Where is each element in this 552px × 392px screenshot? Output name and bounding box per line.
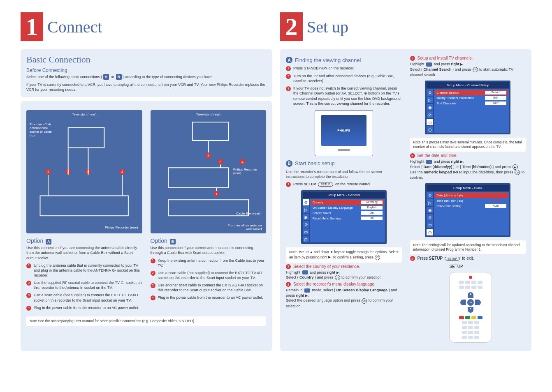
option-b-step-1: Keep the existing antenna connection fro… (158, 258, 267, 268)
svg-text:4: 4 (121, 170, 123, 174)
step-bullet: 2 (26, 281, 31, 286)
option-a-step-4: Plug in the power cable from the recorde… (34, 305, 139, 311)
right-arrow-icon (305, 293, 308, 297)
setup-button-icon: SETUP (445, 257, 460, 261)
dpad-down-icon: ▼ (468, 307, 473, 313)
section-b-intro: Use the recorder's remote control and fo… (286, 169, 402, 179)
diagram-a-recorder-label: Philips Recorder (rear) (105, 226, 138, 229)
sheet-connect: 1 Connect Basic Connection Before Connec… (21, 12, 272, 355)
right-arrow-icon (460, 159, 463, 164)
dpad-left-icon (460, 300, 466, 305)
manual-spread: 1 Connect Basic Connection Before Connec… (21, 12, 531, 355)
badge-option-a: A (46, 239, 51, 244)
play-icon: ▷ (427, 199, 433, 206)
tv-highlight-icon (426, 62, 432, 67)
setup-left-column: A Finding the viewing channel 1Press STA… (286, 54, 402, 346)
step3-body: Remain in mode, select { On Screen Displ… (286, 288, 402, 308)
menu-clock: Setup Menu - Clock ⚙ ▷ ◉ ⊘ ▭ ◷ (425, 183, 510, 237)
disc-icon: ◉ (427, 207, 433, 213)
section-letter-a: A (286, 57, 292, 63)
gear-icon: ⚙ (303, 199, 309, 205)
svg-text:4: 4 (241, 160, 244, 164)
diagram-option-b: Television ( rear) Philips Recorder (rea… (151, 110, 267, 233)
disc-icon: ◉ (427, 104, 433, 111)
ok-button-icon: OK (335, 275, 340, 280)
panel-setup: A Finding the viewing channel 1Press STA… (280, 49, 531, 351)
badge-option-a-inline: A (103, 74, 109, 80)
vcr-warning-text: If your TV is currently connected to a V… (26, 82, 266, 92)
tv-icon: ▭ (303, 228, 309, 235)
right-button-icon: ▶ (513, 164, 518, 170)
tv-icon: ▭ (427, 119, 433, 125)
step5-body: Highlight and press right . Select { Dat… (410, 159, 526, 180)
note-clock: Note The settings will be updated accord… (410, 240, 526, 254)
step6: 6 Press SETUP SETUP to exit. (410, 256, 526, 261)
svg-text:1: 1 (215, 192, 217, 196)
right-arrow-icon (460, 62, 463, 66)
dpad-ok-icon: OK (467, 299, 474, 306)
svg-rect-10 (192, 122, 228, 141)
option-b-step-2: Use a scart cable (not supplied) to conn… (158, 270, 267, 280)
gear-icon: ⚙ (427, 192, 433, 198)
column-option-b: Television ( rear) Philips Recorder (rea… (151, 106, 267, 313)
diagram-b-source-label: From an off-air antenna wall socket (225, 224, 262, 231)
block-icon: ⊘ (427, 111, 433, 118)
menu-icon-strip: ⚙ ▷ ◉ ⊘ ▭ ◷ (427, 192, 433, 235)
block-icon: ⊘ (303, 221, 309, 228)
option-b-steps: 1Keep the existing antenna connection fr… (151, 258, 267, 301)
column-option-a: Television ( rear) From an off-air anten… (26, 106, 142, 313)
setup-callout-label: SETUP (449, 264, 486, 269)
menu-channel-title: Setup Menu - Channel Setup (427, 82, 509, 88)
section-b-header: B Start basic setup (286, 160, 402, 167)
right-arrow-icon (336, 270, 339, 274)
ok-button-icon: OK (362, 298, 367, 304)
svg-rect-0 (68, 128, 104, 148)
step-bullet: 1 (286, 66, 291, 71)
option-a-steps: 1Unplug the antenna cable that is curren… (26, 263, 142, 311)
step-number-2: 2 (280, 12, 303, 41)
option-b-title: Option B (151, 238, 267, 244)
section-a-step-3: If your TV does not switch to the correc… (293, 86, 402, 106)
before-connecting-text: Select one of the following basic connec… (26, 74, 266, 80)
note-navigation: Note Use up and down keys to toggle thro… (286, 247, 402, 262)
step4-body: Highlight and press right . Select { Cha… (410, 62, 526, 77)
power-button-icon (469, 276, 472, 279)
clock-icon: ◷ (427, 229, 433, 235)
menu-general: Setup Menu - General ⚙ ▷ ◉ ⊘ ▭ ◷ (301, 190, 387, 244)
section-a-steps: 1Press STANDBY-ON on the recorder. 2Turn… (286, 66, 402, 106)
setup-button-icon: SETUP (318, 182, 333, 187)
dpad-up-icon: ▲ (468, 292, 473, 298)
play-icon: ▷ (427, 97, 433, 103)
step-bullet: 3 (26, 293, 31, 298)
tv-stand-icon (338, 149, 350, 151)
header-connect: 1 Connect (21, 12, 272, 41)
gear-highlight-icon (302, 270, 308, 274)
panel-connection-options: Television ( rear) From an off-air anten… (21, 101, 272, 351)
step6-text: Press SETUP SETUP to exit. (417, 256, 474, 261)
step5-title: 5Set the date and time. (410, 153, 526, 158)
ok-button-icon: OK (515, 170, 520, 175)
footer-note: Note See the accompanying user manual fo… (26, 316, 266, 326)
gear-highlight-icon (304, 288, 310, 293)
section-a-title: Finding the viewing channel (295, 57, 361, 63)
diagram-option-a: Television ( rear) From an off-air anten… (26, 110, 142, 233)
setup-right-column: 4Setup and install TV channels. Highligh… (410, 54, 526, 346)
diagram-b-cable-label: Cable Box (rear) (236, 212, 260, 215)
section-b-step1: 1 Press SETUP SETUP on the remote contro… (286, 182, 402, 187)
step2-body: Highlight and press right . Select { Cou… (286, 270, 402, 281)
diagram-a-source-label: From an off-air antenna wall socket or c… (30, 122, 54, 137)
svg-rect-1 (40, 196, 128, 216)
section-a-step-1: Press STANDBY-ON on the recorder. (293, 66, 355, 71)
menu-clock-title: Setup Menu - Clock (427, 185, 509, 191)
ok-button-icon: OK (473, 67, 478, 72)
tv-icon: ▭ (427, 221, 433, 228)
diagram-a-tv-label: Television ( rear) (26, 113, 142, 116)
option-a-step-3: Use a scart cable (not supplied) to conn… (34, 293, 142, 302)
step-bullet: 3 (286, 86, 291, 91)
option-a-step-2: Use the supplied RF coaxial cable to con… (34, 280, 142, 290)
option-b-intro: Use this connection if your current ante… (151, 245, 267, 255)
ok-button-icon: OK (375, 255, 380, 260)
play-icon: ▷ (303, 206, 309, 213)
step-bullet: 1 (286, 182, 291, 187)
block-icon: ⊘ (427, 214, 433, 221)
